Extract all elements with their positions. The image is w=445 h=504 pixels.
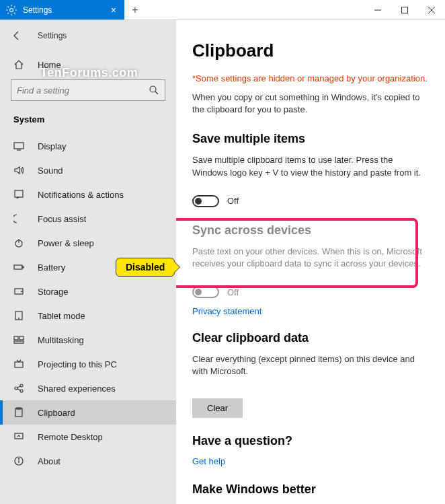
- sidebar-item-label: Remote Desktop: [38, 432, 103, 442]
- sidebar-item-storage[interactable]: Storage: [0, 279, 176, 303]
- sidebar-item-label: Storage: [38, 287, 69, 297]
- sidebar-item-label: Notifications & actions: [38, 190, 124, 200]
- section-sync: Sync across devices Paste text on your o…: [192, 223, 429, 298]
- sidebar-item-label: Tablet mode: [38, 311, 85, 321]
- shared-icon: [13, 383, 24, 394]
- page-title: Clipboard: [192, 40, 429, 61]
- question-heading: Have a question?: [192, 434, 429, 448]
- sidebar-item-label: Multitasking: [38, 335, 84, 345]
- new-tab-button[interactable]: +: [124, 0, 146, 20]
- svg-line-25: [17, 386, 20, 388]
- titlebar: Settings × +: [0, 0, 445, 20]
- svg-point-32: [19, 459, 19, 460]
- clear-heading: Clear clipboard data: [192, 331, 429, 345]
- svg-point-17: [19, 318, 19, 319]
- sync-heading: Sync across devices: [192, 223, 429, 238]
- focus-assist-icon: [13, 213, 24, 224]
- tab-settings[interactable]: Settings ×: [0, 0, 124, 20]
- svg-rect-18: [14, 336, 18, 340]
- gear-icon: [5, 4, 17, 16]
- display-icon: [13, 141, 24, 151]
- sidebar-item-label: Display: [38, 141, 67, 151]
- better-heading: Make Windows better: [192, 482, 429, 497]
- svg-rect-21: [15, 362, 23, 367]
- sidebar-item-power[interactable]: Power & sleep: [0, 231, 176, 255]
- sidebar-item-tablet[interactable]: Tablet mode: [0, 303, 176, 328]
- sidebar-item-label: Battery: [38, 262, 65, 273]
- maximize-button[interactable]: [391, 0, 418, 20]
- save-toggle[interactable]: [192, 195, 219, 207]
- sidebar-item-about[interactable]: About: [0, 449, 176, 473]
- section-question: Have a question? Get help: [192, 434, 429, 466]
- sidebar-item-home[interactable]: Home: [0, 52, 176, 77]
- svg-point-24: [20, 390, 23, 392]
- sidebar-item-projecting[interactable]: Projecting to this PC: [0, 352, 176, 376]
- back-button[interactable]: [9, 28, 24, 43]
- search-input[interactable]: [11, 79, 165, 101]
- tablet-icon: [13, 310, 24, 321]
- svg-rect-7: [14, 143, 24, 149]
- sidebar-item-focus-assist[interactable]: Focus assist: [0, 207, 176, 231]
- sidebar-item-display[interactable]: Display: [0, 134, 176, 158]
- section-save-multiple: Save multiple items Save multiple clipbo…: [192, 132, 429, 207]
- sidebar-item-label: Focus assist: [38, 214, 86, 224]
- sync-toggle-state: Off: [227, 287, 239, 297]
- svg-point-0: [10, 8, 13, 11]
- notifications-icon: [13, 189, 24, 200]
- sound-icon: [13, 165, 24, 176]
- sync-desc: Paste text on your other devices. When t…: [192, 246, 429, 270]
- clipboard-icon: [13, 407, 24, 418]
- battery-icon: [13, 262, 24, 273]
- svg-point-15: [22, 291, 22, 292]
- svg-line-26: [17, 389, 20, 390]
- about-icon: [13, 456, 24, 466]
- svg-rect-19: [19, 336, 24, 340]
- svg-rect-29: [15, 433, 23, 439]
- svg-point-5: [150, 86, 156, 92]
- multitasking-icon: [13, 334, 24, 345]
- sidebar-item-label: Home: [38, 60, 61, 70]
- clear-button[interactable]: Clear: [192, 398, 243, 418]
- sidebar-item-remote[interactable]: Remote Desktop: [0, 425, 176, 449]
- remote-icon: [13, 431, 24, 442]
- section-clear: Clear clipboard data Clear everything (e…: [192, 331, 429, 417]
- tab-close-icon[interactable]: ×: [108, 5, 119, 15]
- sidebar-item-label: Clipboard: [38, 408, 75, 418]
- sync-toggle: [192, 286, 219, 298]
- sidebar-item-label: Projecting to this PC: [38, 359, 117, 369]
- sidebar-item-label: About: [38, 456, 60, 466]
- svg-rect-9: [15, 190, 23, 197]
- sidebar-item-notifications[interactable]: Notifications & actions: [0, 182, 176, 207]
- save-heading: Save multiple items: [192, 132, 429, 146]
- clear-desc: Clear everything (except pinned items) o…: [192, 353, 429, 377]
- sidebar-item-label: Sound: [38, 166, 63, 176]
- minimize-button[interactable]: [364, 0, 391, 20]
- sidebar-item-sound[interactable]: Sound: [0, 158, 176, 182]
- window-controls: [364, 0, 445, 20]
- save-desc: Save multiple clipboard items to use lat…: [192, 154, 429, 178]
- home-icon: [13, 59, 24, 70]
- close-button[interactable]: [418, 0, 445, 20]
- titlebar-drag: [146, 0, 364, 20]
- svg-rect-12: [14, 265, 22, 269]
- privacy-link[interactable]: Privacy statement: [192, 306, 429, 316]
- svg-rect-20: [14, 341, 24, 343]
- tab-title: Settings: [23, 5, 108, 15]
- svg-line-6: [155, 92, 158, 94]
- get-help-link[interactable]: Get help: [192, 456, 429, 466]
- svg-rect-27: [15, 408, 22, 417]
- search-field[interactable]: [17, 85, 149, 96]
- section-better: Make Windows better Give us feedback: [192, 482, 429, 505]
- sidebar-header: Settings: [0, 26, 176, 52]
- sidebar-title: Settings: [38, 31, 67, 40]
- sidebar-item-multitasking[interactable]: Multitasking: [0, 328, 176, 352]
- sidebar-item-clipboard[interactable]: Clipboard: [0, 400, 176, 425]
- save-toggle-state: Off: [227, 196, 239, 206]
- sidebar-category: System: [0, 110, 176, 134]
- sidebar-item-shared[interactable]: Shared experiences: [0, 376, 176, 400]
- svg-point-23: [20, 384, 23, 387]
- sidebar-item-label: Shared experiences: [38, 384, 116, 394]
- svg-rect-2: [402, 7, 408, 13]
- sidebar-item-label: Power & sleep: [38, 238, 94, 248]
- power-icon: [13, 238, 24, 248]
